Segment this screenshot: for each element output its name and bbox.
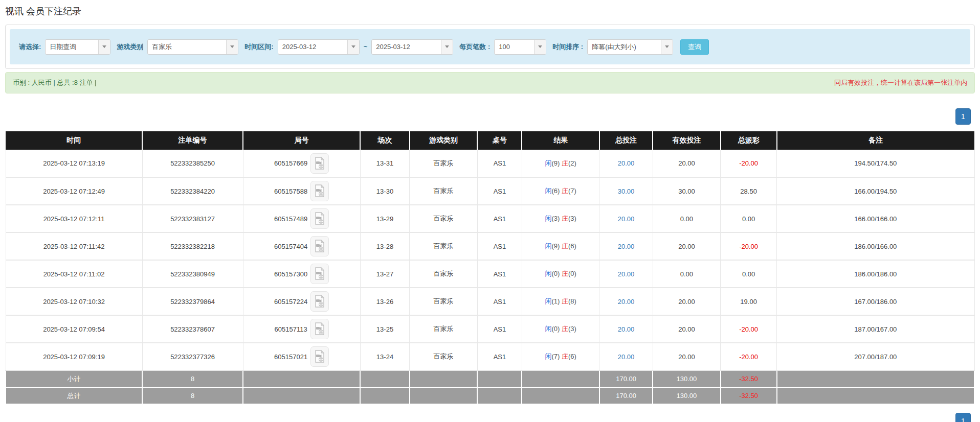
video-replay-button[interactable]	[310, 208, 329, 229]
cell-table: AS1	[477, 288, 522, 315]
sort-select[interactable]	[587, 39, 673, 55]
cell-valid-bet: 20.00	[653, 343, 721, 370]
chevron-down-icon	[230, 45, 234, 48]
result-player-label: 闲	[545, 297, 552, 305]
select-label: 请选择:	[19, 42, 41, 52]
game-category-input[interactable]	[148, 40, 226, 54]
cell-remark: 207.00/187.00	[777, 343, 974, 370]
cell-result: 闲(0) 庄(0)	[522, 260, 599, 288]
cell-valid-bet: 0.00	[653, 205, 721, 232]
cell-game: 百家乐	[410, 232, 478, 260]
cell-game: 百家乐	[410, 205, 478, 232]
total-bet-link[interactable]: 20.00	[618, 325, 635, 333]
table-row: 2025-03-12 07:13:19 522332385250 6051576…	[6, 150, 974, 177]
date-to-dropdown-button[interactable]	[441, 40, 453, 54]
cell-time: 2025-03-12 07:12:11	[6, 205, 142, 232]
total-bet-link[interactable]: 20.00	[618, 298, 635, 306]
video-replay-button[interactable]	[310, 236, 329, 256]
total-valid-bet: 130.00	[653, 387, 721, 404]
round-number: 605157113	[275, 325, 307, 333]
cell-game: 百家乐	[410, 177, 478, 205]
cell-game: 百家乐	[410, 288, 478, 315]
col-session: 场次	[360, 131, 410, 150]
cell-time: 2025-03-12 07:10:32	[6, 288, 142, 315]
pagination-page-1-top[interactable]: 1	[955, 108, 971, 125]
video-clip-icon	[314, 240, 325, 253]
table-body: 2025-03-12 07:13:19 522332385250 6051576…	[6, 150, 974, 370]
col-table-no: 桌号	[477, 131, 522, 150]
total-bet-link[interactable]: 20.00	[618, 270, 635, 278]
result-banker-score: (8)	[568, 297, 576, 305]
total-payout: -32.50	[721, 387, 777, 404]
table-row: 2025-03-12 07:12:11 522332383127 6051574…	[6, 205, 974, 232]
query-type-dropdown-button[interactable]	[98, 40, 110, 54]
col-valid-bet: 有效投注	[653, 131, 721, 150]
game-category-select[interactable]	[147, 39, 238, 55]
summary-info-bar: 币别 : 人民币 | 总共 :8 注单 | 同局有效投注，统一计算在该局第一张注…	[5, 72, 975, 93]
date-to-input[interactable]	[372, 40, 441, 54]
per-page-select[interactable]	[494, 39, 546, 55]
round-number: 605157224	[274, 298, 307, 306]
cell-bet-id: 522332379864	[142, 288, 243, 315]
table-header-row: 时间 注单编号 局号 场次 游戏类别 桌号 结果 总投注 有效投注 总派彩 备注	[6, 131, 974, 150]
cell-game: 百家乐	[410, 260, 478, 288]
subtotal-total-bet: 170.00	[599, 370, 653, 387]
video-replay-button[interactable]	[310, 153, 329, 174]
game-category-dropdown-button[interactable]	[226, 40, 238, 54]
date-from-dropdown-button[interactable]	[347, 40, 359, 54]
table-row: 2025-03-12 07:11:02 522332380949 6051573…	[6, 260, 974, 288]
video-clip-icon	[314, 267, 325, 280]
sort-input[interactable]	[588, 40, 661, 54]
video-replay-button[interactable]	[310, 346, 329, 367]
result-player-score: (9)	[552, 242, 560, 250]
total-bet-link[interactable]: 20.00	[618, 243, 635, 250]
cell-session: 13-24	[360, 343, 410, 370]
result-player-score: (0)	[552, 270, 560, 277]
date-from-picker[interactable]	[278, 39, 360, 55]
cell-payout: -20.00	[721, 232, 777, 260]
result-banker-label: 庄	[562, 215, 568, 222]
cell-table: AS1	[477, 150, 522, 177]
total-bet-link[interactable]: 30.00	[618, 187, 635, 195]
query-button[interactable]: 查询	[680, 39, 709, 55]
per-page-dropdown-button[interactable]	[534, 40, 546, 54]
video-replay-button[interactable]	[310, 181, 329, 201]
total-label: 总计	[6, 387, 142, 404]
query-type-select[interactable]	[45, 39, 110, 55]
cell-remark: 166.00/166.00	[777, 205, 974, 232]
chevron-down-icon	[445, 45, 449, 48]
cell-payout: 0.00	[721, 205, 777, 232]
col-payout: 总派彩	[721, 131, 777, 150]
date-from-input[interactable]	[278, 40, 347, 54]
video-replay-button[interactable]	[310, 291, 329, 312]
cell-remark: 194.50/174.50	[777, 150, 974, 177]
cell-time: 2025-03-12 07:09:54	[6, 315, 142, 343]
cell-bet-id: 522332380949	[142, 260, 243, 288]
col-total-bet: 总投注	[599, 131, 653, 150]
total-bet-link[interactable]: 20.00	[618, 215, 635, 223]
result-player-label: 闲	[545, 353, 552, 360]
col-result: 结果	[522, 131, 599, 150]
col-bet-id: 注单编号	[142, 131, 243, 150]
cell-table: AS1	[477, 232, 522, 260]
total-bet-link[interactable]: 20.00	[618, 159, 635, 167]
table-row: 2025-03-12 07:09:54 522332378607 6051571…	[6, 315, 974, 343]
video-clip-icon	[314, 212, 325, 225]
cell-bet-id: 522332378607	[142, 315, 243, 343]
cell-time: 2025-03-12 07:12:49	[6, 177, 142, 205]
valid-bet-notice-text: 同局有效投注，统一计算在该局第一张注单内	[834, 78, 967, 87]
per-page-input[interactable]	[495, 40, 534, 54]
video-clip-icon	[314, 322, 325, 336]
video-replay-button[interactable]	[310, 319, 329, 339]
result-banker-label: 庄	[562, 159, 568, 167]
result-player-label: 闲	[545, 325, 552, 333]
round-number: 605157404	[274, 243, 307, 250]
round-number: 605157021	[274, 353, 307, 361]
video-replay-button[interactable]	[310, 264, 329, 284]
total-bet-link[interactable]: 20.00	[618, 353, 635, 361]
query-type-input[interactable]	[46, 40, 98, 54]
pagination-page-1-bottom[interactable]: 1	[955, 413, 971, 422]
sort-label: 时间排序 :	[552, 42, 583, 52]
date-to-picker[interactable]	[371, 39, 453, 55]
sort-dropdown-button[interactable]	[661, 40, 673, 54]
